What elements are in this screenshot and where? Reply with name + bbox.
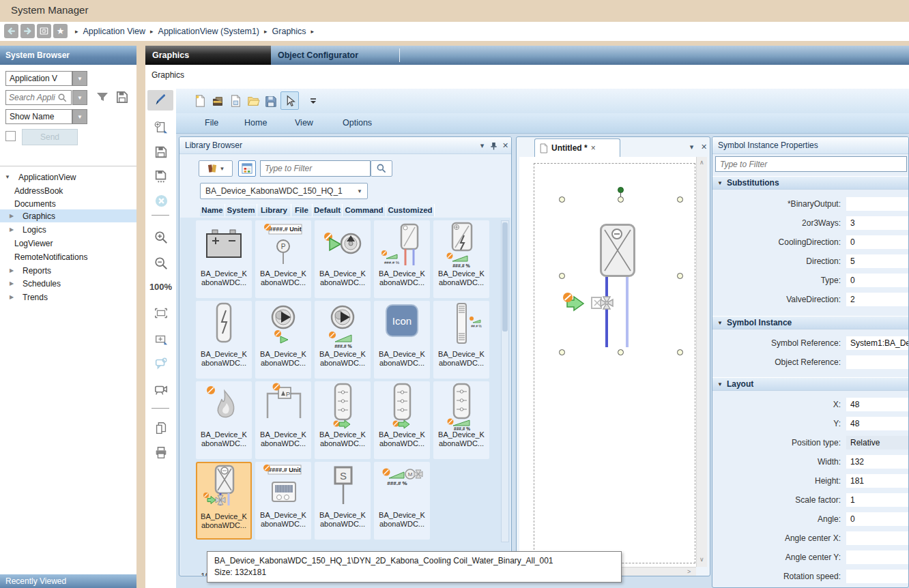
library-item-selected[interactable]: BA_Device_KabonaWDC... (196, 462, 252, 540)
library-item[interactable]: BA_Device_KabonaWDC... (196, 301, 252, 379)
selection-handle[interactable] (677, 273, 683, 279)
library-item[interactable]: BA_Device_KabonaWDC... (433, 220, 489, 298)
send-button[interactable]: Send (22, 129, 78, 145)
section-layout[interactable]: ▼Layout (712, 377, 909, 391)
property-value[interactable] (846, 197, 909, 211)
expand-icon[interactable]: ▶ (8, 213, 15, 219)
expand-icon[interactable]: ▶ (8, 226, 15, 233)
tree-item-reports[interactable]: ▶Reports (0, 264, 136, 277)
column-header-default[interactable]: Default (313, 204, 343, 216)
library-item[interactable]: BA_Device_KabonaWDC... (374, 301, 430, 379)
print-button[interactable] (153, 445, 169, 461)
search-dropdown-button[interactable]: ▼ (72, 90, 87, 105)
tree-item-documents[interactable]: Documents (0, 197, 136, 210)
library-item[interactable]: BA_Device_KabonaWDC... (315, 220, 371, 298)
tree-item-logics[interactable]: ▶Logics (0, 223, 136, 236)
tree-item-schedules[interactable]: ▶Schedules (0, 277, 136, 290)
breadcrumb-item-application-view[interactable]: Application View (83, 27, 146, 36)
toolbar-overflow-button[interactable] (306, 93, 321, 108)
tab-graphics[interactable]: Graphics (145, 46, 271, 65)
library-item[interactable]: BA_Device_KabonaWDC... (315, 301, 371, 379)
menu-home[interactable]: Home (244, 118, 267, 128)
drawing-page[interactable] (519, 157, 696, 567)
zoom-in-button[interactable] (153, 229, 169, 246)
library-item[interactable]: BA_Device_KabonaWDC... (433, 301, 489, 379)
save-search-icon[interactable] (115, 90, 129, 104)
library-item[interactable]: BA_Device_KabonaWDC... (255, 462, 311, 540)
library-scrollbar[interactable] (501, 220, 509, 542)
tree-item-graphics[interactable]: ▶Graphics (0, 209, 136, 222)
save-button[interactable] (153, 144, 169, 160)
open-file-button[interactable] (246, 93, 261, 108)
tree-item-remotenotifications[interactable]: RemoteNotifications (0, 250, 136, 263)
select-tool-button[interactable] (282, 93, 297, 108)
property-value[interactable]: 132 (846, 455, 909, 469)
selection-handle[interactable] (559, 273, 565, 279)
column-header-command[interactable]: Command (343, 204, 386, 216)
scroll-right-icon[interactable]: > (687, 568, 691, 575)
zoom-out-button[interactable] (153, 255, 169, 271)
property-value[interactable]: 2 (846, 293, 909, 306)
expand-icon[interactable]: ▶ (8, 294, 15, 300)
library-item[interactable]: BA_Device_KabonaWDC... (255, 301, 311, 379)
library-item[interactable]: BA_Device_KabonaWDC... (315, 381, 371, 459)
zoom-level[interactable]: 100% (145, 282, 176, 292)
panel-minimize-button[interactable]: ▾ (477, 141, 487, 151)
new-graphic-button[interactable] (153, 119, 169, 136)
breadcrumb-item-graphics[interactable]: Graphics (272, 27, 306, 36)
send-checkbox[interactable] (5, 131, 16, 141)
library-scrollbar-thumb[interactable] (502, 222, 508, 332)
column-header-system[interactable]: System (225, 204, 257, 216)
selection-handle[interactable] (559, 349, 565, 355)
section-substitutions[interactable]: ▼Substitutions (712, 176, 909, 190)
comment-button-disabled[interactable] (153, 355, 169, 372)
property-value-dropdown[interactable]: Relative (846, 436, 909, 450)
properties-filter-input[interactable] (715, 156, 907, 172)
property-value[interactable] (846, 570, 909, 583)
view-selector[interactable]: Application V (5, 71, 72, 86)
scroll-down-icon[interactable]: ∨ (699, 556, 704, 563)
library-item[interactable]: BA_Device_KabonaWDC... (315, 462, 371, 540)
column-header-file[interactable]: File (291, 204, 313, 216)
library-item[interactable]: BA_Device_KabonaWDC... (255, 381, 311, 459)
close-tab-icon[interactable]: × (591, 143, 596, 153)
canvas-vertical-scrollbar[interactable]: ∧ ∨ (696, 157, 707, 567)
tree-item-applicationview[interactable]: ▼ApplicationView (0, 171, 136, 183)
recent-button[interactable] (37, 24, 51, 38)
property-value[interactable] (846, 355, 909, 369)
property-value[interactable]: 48 (846, 398, 909, 411)
property-value[interactable] (846, 531, 909, 545)
display-selector[interactable]: Show Name (5, 109, 72, 124)
library-source-button[interactable]: ▼ (199, 160, 233, 177)
scroll-up-icon[interactable]: ∧ (699, 159, 704, 166)
collapse-icon[interactable]: ▼ (4, 174, 11, 180)
pan-view-button[interactable] (153, 332, 169, 348)
close-button-disabled[interactable] (153, 192, 169, 209)
canvas-close-button[interactable]: ✕ (699, 142, 709, 152)
property-value[interactable]: 48 (846, 417, 909, 430)
new-file-button[interactable] (192, 93, 207, 108)
save-file-button[interactable] (263, 93, 278, 108)
selection-handle[interactable] (618, 349, 624, 355)
selection-handle[interactable] (618, 196, 624, 203)
forward-button[interactable] (20, 24, 35, 38)
view-selector-dropdown-button[interactable]: ▼ (72, 71, 87, 86)
property-value[interactable]: 3 (846, 216, 909, 230)
panel-pin-button[interactable] (489, 141, 499, 151)
selection-handle[interactable] (677, 196, 683, 203)
recently-viewed-header[interactable]: Recently Viewed (0, 574, 136, 588)
open-package-button[interactable] (210, 93, 225, 108)
column-header-library[interactable]: Library (257, 204, 291, 216)
column-header-customized[interactable]: Customized (386, 204, 435, 216)
library-item[interactable]: BA_Device_KabonaWDC... (255, 220, 311, 298)
property-value[interactable]: System1:BA_De (846, 336, 909, 350)
new-from-template-button[interactable] (228, 93, 243, 108)
filter-icon[interactable] (96, 91, 109, 104)
property-value[interactable]: 0 (846, 512, 909, 526)
canvas-menu-button[interactable]: ▾ (687, 142, 697, 152)
tree-item-addressbook[interactable]: AddressBook (0, 184, 136, 197)
expand-icon[interactable]: ▶ (8, 267, 15, 274)
breadcrumb-item-applicationview-system1[interactable]: ApplicationView (System1) (158, 27, 259, 36)
back-button[interactable] (4, 24, 18, 38)
library-item[interactable]: BA_Device_KabonaWDC... (374, 462, 430, 540)
